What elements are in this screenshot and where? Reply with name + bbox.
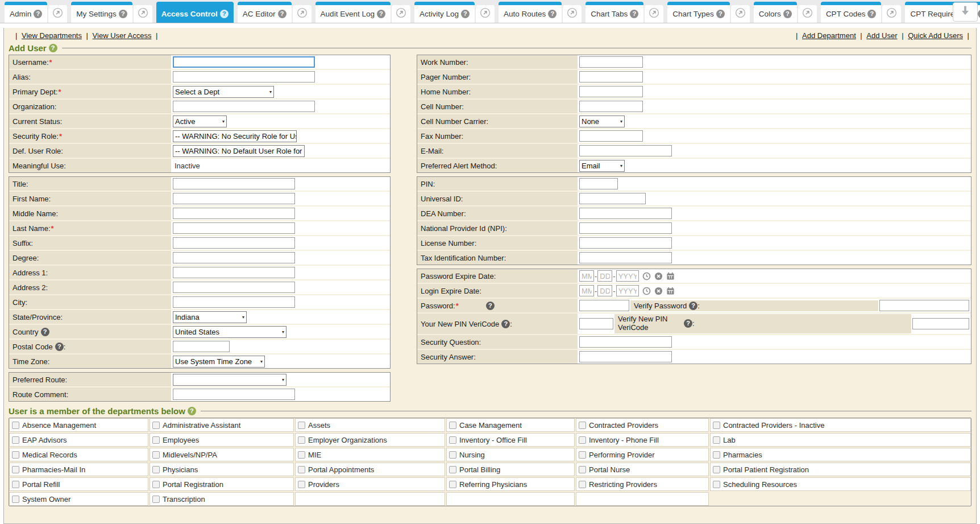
open-chart-types-new-window-button[interactable] — [731, 5, 750, 23]
help-icon[interactable]: ? — [783, 10, 792, 18]
help-icon[interactable]: ? — [461, 10, 470, 18]
time-zone-select[interactable]: Use System Time Zone▾ — [173, 356, 265, 368]
verify-password-input[interactable] — [879, 300, 969, 311]
primary-dept-select[interactable]: Select a Dept▾ — [173, 86, 274, 98]
midlevels-np-pa-checkbox[interactable] — [152, 451, 160, 459]
help-icon[interactable]: ? — [978, 10, 980, 18]
employer-organizations-checkbox[interactable] — [298, 436, 305, 444]
security-question-input[interactable] — [579, 336, 672, 348]
open-ac-editor-new-window-button[interactable] — [293, 5, 312, 23]
tax-identification-number-input[interactable] — [579, 252, 672, 263]
help-icon[interactable]: ? — [41, 328, 49, 336]
link-view-user-access[interactable]: View User Access — [93, 31, 152, 40]
portal-refill-checkbox[interactable] — [12, 481, 19, 488]
pharmacies-checkbox[interactable] — [713, 451, 720, 459]
link-view-departments[interactable]: View Departments — [22, 31, 82, 40]
scheduling-resources-checkbox[interactable] — [713, 481, 720, 488]
open-audit-event-log-new-window-button[interactable] — [392, 5, 410, 23]
pin-input[interactable] — [579, 178, 618, 189]
providers-checkbox[interactable] — [298, 481, 305, 488]
tab-colors[interactable]: Colors? — [754, 2, 797, 23]
administrative-assistant-checkbox[interactable] — [152, 422, 160, 429]
work-number-input[interactable] — [579, 56, 643, 68]
preferred-alert-method-select[interactable]: Email▾ — [579, 160, 625, 172]
login-expire-date-mm-input[interactable] — [579, 285, 594, 296]
physicians-checkbox[interactable] — [152, 466, 160, 473]
assets-checkbox[interactable] — [298, 422, 305, 429]
help-icon[interactable]: ? — [49, 44, 57, 52]
help-icon[interactable]: ? — [486, 302, 495, 310]
clock-icon[interactable] — [642, 272, 651, 280]
performing-provider-checkbox[interactable] — [579, 451, 586, 459]
help-icon[interactable]: ? — [119, 10, 127, 18]
contracted-providers-checkbox[interactable] — [579, 422, 586, 429]
system-owner-checkbox[interactable] — [12, 496, 19, 503]
case-management-checkbox[interactable] — [449, 422, 456, 429]
fax-number-input[interactable] — [579, 130, 643, 142]
tab-my-settings[interactable]: My Settings? — [71, 2, 132, 23]
security-answer-input[interactable] — [579, 351, 672, 362]
portal-nurse-checkbox[interactable] — [579, 466, 586, 473]
link-add-department[interactable]: Add Department — [802, 31, 856, 40]
clear-icon[interactable] — [654, 272, 663, 280]
cell-number-carrier-select[interactable]: None▾ — [579, 115, 625, 127]
middle-name-input[interactable] — [173, 208, 295, 219]
referring-physicians-checkbox[interactable] — [449, 481, 456, 488]
tab-chart-types[interactable]: Chart Types? — [667, 2, 730, 23]
portal-appointments-checkbox[interactable] — [298, 466, 305, 473]
eap-advisors-checkbox[interactable] — [12, 436, 19, 444]
open-cpt-codes-new-window-button[interactable] — [882, 5, 901, 23]
e-mail-input[interactable] — [579, 145, 672, 156]
pharmacies-mail-in-checkbox[interactable] — [12, 466, 19, 473]
help-icon[interactable]: ? — [34, 10, 42, 18]
inventory-office-fill-checkbox[interactable] — [449, 436, 456, 444]
tab-chart-tabs[interactable]: Chart Tabs? — [585, 2, 643, 23]
title-input[interactable] — [173, 178, 295, 189]
home-number-input[interactable] — [579, 86, 643, 97]
tab-auto-routes[interactable]: Auto Routes? — [499, 2, 562, 23]
link-add-user[interactable]: Add User — [866, 31, 897, 40]
organization-input[interactable] — [173, 101, 315, 112]
calendar-icon[interactable] — [666, 272, 675, 280]
national-provider-id-npi-input[interactable] — [579, 222, 672, 234]
address-1-input[interactable] — [173, 267, 295, 278]
password-expire-date-mm-input[interactable] — [579, 270, 594, 282]
tab-ac-editor[interactable]: AC Editor? — [238, 2, 292, 23]
open-chart-tabs-new-window-button[interactable] — [645, 5, 663, 23]
help-icon[interactable]: ? — [684, 319, 692, 328]
license-number-input[interactable] — [579, 237, 672, 249]
link-quick-add-users[interactable]: Quick Add Users — [908, 31, 963, 40]
lab-checkbox[interactable] — [713, 436, 720, 444]
help-icon[interactable]: ? — [188, 407, 196, 415]
help-icon[interactable]: ? — [548, 10, 557, 18]
help-icon[interactable]: ? — [867, 10, 876, 18]
tab-cpt-codes[interactable]: CPT Codes? — [821, 2, 882, 23]
contracted-providers-inactive-checkbox[interactable] — [713, 422, 720, 429]
password-expire-date-dd-input[interactable] — [597, 270, 612, 282]
open-activity-log-new-window-button[interactable] — [476, 5, 495, 23]
help-icon[interactable]: ? — [501, 320, 510, 328]
open-auto-routes-new-window-button[interactable] — [563, 5, 582, 23]
transcription-checkbox[interactable] — [152, 496, 160, 503]
inventory-phone-fill-checkbox[interactable] — [579, 436, 586, 444]
cell-number-input[interactable] — [579, 101, 643, 112]
tab-activity-log[interactable]: Activity Log? — [414, 2, 475, 23]
tab-admin[interactable]: Admin? — [5, 2, 47, 23]
login-expire-date-yyyy-input[interactable] — [616, 285, 639, 296]
password-expire-date-yyyy-input[interactable] — [616, 270, 639, 282]
help-icon[interactable]: ? — [278, 10, 286, 18]
open-admin-new-window-button[interactable] — [48, 5, 67, 23]
current-status-select[interactable]: Active▾ — [173, 115, 227, 127]
address-2-input[interactable] — [173, 282, 295, 293]
absence-management-checkbox[interactable] — [12, 422, 19, 429]
login-expire-date-dd-input[interactable] — [597, 285, 612, 296]
mie-checkbox[interactable] — [298, 451, 305, 459]
security-role-select[interactable]: -- WARNING: No Security Role for User! -… — [173, 130, 297, 142]
scroll-tabs-button[interactable] — [953, 2, 978, 22]
help-icon[interactable]: ? — [220, 10, 229, 18]
postal-code-input[interactable] — [173, 341, 230, 352]
tab-access-control[interactable]: Access Control? — [156, 2, 234, 23]
portal-billing-checkbox[interactable] — [449, 466, 456, 473]
first-name-input[interactable] — [173, 193, 295, 204]
employees-checkbox[interactable] — [152, 436, 160, 444]
